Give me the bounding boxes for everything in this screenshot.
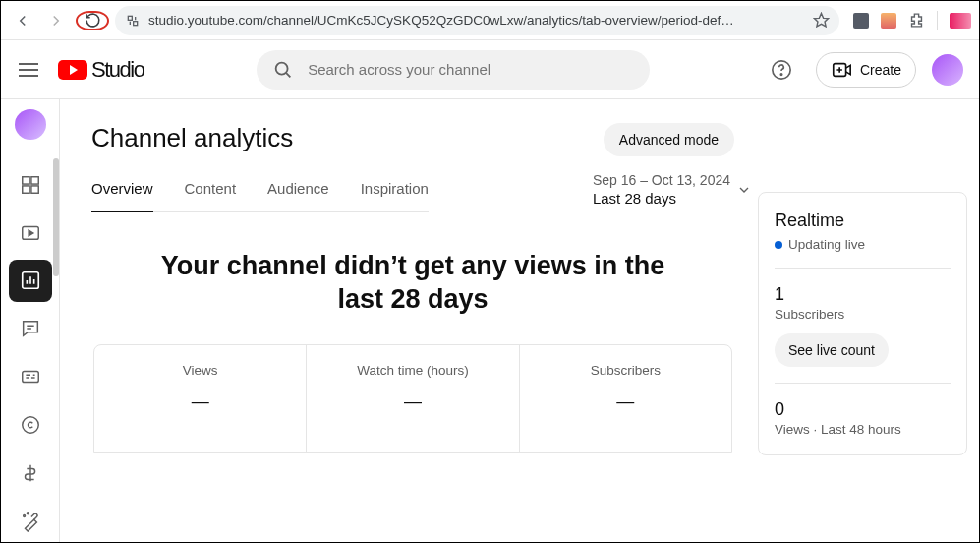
realtime-status-text: Updating live [788, 237, 865, 252]
star-icon[interactable] [813, 12, 830, 29]
tab-audience[interactable]: Audience [267, 180, 329, 211]
browser-toolbar: studio.youtube.com/channel/UCmKc5JCySKQ5… [1, 1, 979, 40]
svg-point-5 [780, 73, 781, 74]
svg-point-3 [276, 62, 288, 74]
stat-value: — [520, 392, 731, 412]
svg-rect-9 [22, 186, 29, 193]
search-icon [272, 59, 294, 81]
svg-rect-0 [128, 16, 132, 20]
stat-subscribers[interactable]: Subscribers — [520, 345, 731, 452]
browser-extensions [845, 11, 971, 30]
tab-content[interactable]: Content [185, 180, 237, 211]
svg-rect-8 [30, 176, 37, 183]
subscribers-count: 1 [775, 284, 951, 305]
views-48h-count: 0 [775, 399, 951, 420]
channel-avatar[interactable] [15, 109, 46, 140]
realtime-title: Realtime [775, 211, 951, 231]
realtime-panel: Realtime Updating live 1 Subscribers See… [758, 192, 967, 455]
left-nav-rail [1, 99, 60, 542]
stat-views[interactable]: Views — [94, 345, 307, 452]
analytics-tabs: Overview Content Audience Inspiration [91, 174, 429, 212]
stat-label: Views [94, 363, 306, 378]
nav-comments[interactable] [9, 308, 52, 350]
advanced-mode-button[interactable]: Advanced mode [604, 123, 734, 156]
tab-inspiration[interactable]: Inspiration [361, 180, 429, 211]
nav-earn[interactable] [9, 452, 52, 494]
nav-subtitles[interactable] [9, 356, 52, 398]
studio-logo[interactable]: Studio [58, 57, 144, 83]
svg-marker-2 [814, 13, 828, 26]
search-input[interactable] [308, 61, 634, 78]
search-box[interactable] [257, 50, 650, 90]
rail-scrollbar[interactable] [53, 158, 59, 276]
svg-rect-10 [30, 186, 37, 193]
forward-button[interactable] [42, 7, 70, 34]
url-text: studio.youtube.com/channel/UCmKc5JCySKQ5… [148, 13, 805, 28]
page-title: Channel analytics [91, 123, 293, 153]
create-button[interactable]: Create [816, 52, 916, 88]
svg-rect-1 [134, 21, 138, 25]
svg-point-16 [27, 512, 29, 513]
help-button[interactable] [763, 51, 800, 89]
create-label: Create [860, 62, 901, 78]
extension-icon[interactable] [853, 13, 869, 29]
stat-label: Watch time (hours) [307, 363, 518, 378]
live-dot-icon [775, 241, 782, 249]
realtime-panel-wrap: Realtime Updating live 1 Subscribers See… [758, 123, 979, 542]
svg-rect-13 [22, 372, 38, 383]
profile-chip[interactable] [950, 13, 971, 29]
back-button[interactable] [9, 7, 36, 34]
youtube-play-icon [58, 60, 87, 80]
app-header: Studio Create [1, 40, 979, 99]
site-settings-icon[interactable] [125, 13, 141, 29]
reload-highlight [76, 11, 109, 30]
menu-button[interactable] [17, 58, 40, 82]
extension-icon[interactable] [881, 13, 896, 29]
date-range-text: Sep 16 – Oct 13, 2024 [593, 172, 730, 188]
stats-card: Views — Watch time (hours) — Subscribers… [93, 344, 732, 452]
stat-watch-time[interactable]: Watch time (hours) — [307, 345, 519, 452]
account-avatar[interactable] [932, 54, 963, 86]
nav-dashboard[interactable] [9, 163, 52, 206]
create-icon [831, 59, 852, 81]
nav-content[interactable] [9, 211, 52, 254]
svg-rect-7 [22, 176, 29, 183]
nav-copyright[interactable] [9, 403, 52, 446]
svg-point-15 [23, 514, 25, 516]
nav-analytics[interactable] [9, 260, 52, 302]
stat-value: — [94, 392, 306, 412]
reload-button[interactable] [84, 12, 101, 30]
logo-text: Studio [91, 57, 144, 83]
stat-label: Subscribers [520, 363, 731, 378]
subscribers-label: Subscribers [775, 307, 951, 322]
extensions-menu-icon[interactable] [908, 12, 925, 29]
main-content: Channel analytics Advanced mode Overview… [91, 123, 758, 542]
tab-overview[interactable]: Overview [91, 180, 153, 212]
nav-customization[interactable] [9, 500, 52, 542]
date-range-picker[interactable]: Sep 16 – Oct 13, 2024 Last 28 days [593, 172, 734, 207]
svg-point-14 [22, 417, 38, 434]
realtime-status: Updating live [775, 237, 951, 252]
chevron-down-icon [736, 182, 752, 198]
overview-headline: Your channel didn’t get any views in the… [138, 250, 688, 317]
date-range-preset: Last 28 days [593, 190, 730, 207]
stat-value: — [307, 392, 518, 412]
see-live-count-button[interactable]: See live count [775, 333, 889, 367]
views-48h-label: Views · Last 48 hours [775, 422, 951, 437]
address-bar[interactable]: studio.youtube.com/channel/UCmKc5JCySKQ5… [115, 6, 839, 35]
